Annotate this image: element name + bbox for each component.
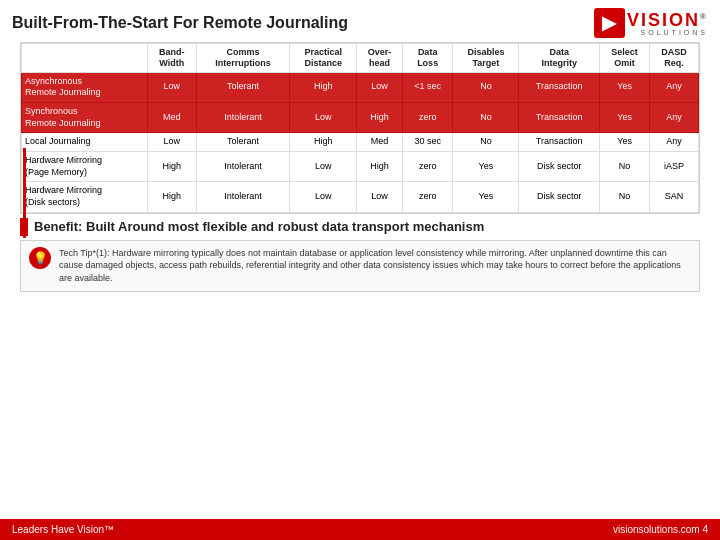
- logo: ▶ VISION® SOLUTIONS: [594, 8, 708, 38]
- header: Built-From-The-Start For Remote Journali…: [0, 0, 720, 42]
- cell-dasd: Any: [650, 72, 699, 102]
- cell-overhead: Med: [357, 133, 403, 152]
- table-row: Hardware Mirroring(Page Memory) High Int…: [22, 152, 699, 182]
- col-header-name: [22, 44, 148, 73]
- cell-integrity: Disk sector: [519, 182, 599, 212]
- col-header-select: SelectOmit: [599, 44, 649, 73]
- cell-select: Yes: [599, 133, 649, 152]
- col-header-dasd: DASDReq.: [650, 44, 699, 73]
- cell-overhead: High: [357, 152, 403, 182]
- cell-comms: Tolerant: [196, 72, 290, 102]
- cell-disables: No: [453, 102, 519, 132]
- cell-overhead: Low: [357, 182, 403, 212]
- cell-disables: Yes: [453, 152, 519, 182]
- logo-arrow: ▶: [594, 8, 625, 38]
- col-header-dataloss: DataLoss: [402, 44, 453, 73]
- col-header-bandwidth: Band-Width: [147, 44, 196, 73]
- cell-dataloss: <1 sec: [402, 72, 453, 102]
- cell-bandwidth: High: [147, 182, 196, 212]
- row-label: SynchronousRemote Journaling: [22, 102, 148, 132]
- col-header-comms: CommsInterruptions: [196, 44, 290, 73]
- footer-left: Leaders Have Vision™: [12, 524, 114, 535]
- logo-sub: SOLUTIONS: [625, 29, 708, 36]
- footer: Leaders Have Vision™ visionsolutions.com…: [0, 519, 720, 540]
- row-label: Local Journaling: [22, 133, 148, 152]
- table-row: SynchronousRemote Journaling Med Intoler…: [22, 102, 699, 132]
- table-body: AsynchronousRemote Journaling Low Tolera…: [22, 72, 699, 212]
- cell-dasd: Any: [650, 102, 699, 132]
- cell-comms: Tolerant: [196, 133, 290, 152]
- cell-dataloss: zero: [402, 102, 453, 132]
- benefit-line: Benefit: Built Around most flexible and …: [20, 218, 700, 236]
- cell-bandwidth: Med: [147, 102, 196, 132]
- cell-dasd: Any: [650, 133, 699, 152]
- row-label: Hardware Mirroring(Disk sectors): [22, 182, 148, 212]
- table-row: AsynchronousRemote Journaling Low Tolera…: [22, 72, 699, 102]
- cell-bandwidth: High: [147, 152, 196, 182]
- cell-overhead: Low: [357, 72, 403, 102]
- cell-dataloss: 30 sec: [402, 133, 453, 152]
- col-header-integrity: DataIntegrity: [519, 44, 599, 73]
- cell-integrity: Transaction: [519, 133, 599, 152]
- cell-integrity: Transaction: [519, 72, 599, 102]
- col-header-disables: DisablesTarget: [453, 44, 519, 73]
- cell-overhead: High: [357, 102, 403, 132]
- table-row: Hardware Mirroring(Disk sectors) High In…: [22, 182, 699, 212]
- cell-distance: Low: [290, 102, 357, 132]
- footer-right: visionsolutions.com 4: [613, 524, 708, 535]
- row-label: AsynchronousRemote Journaling: [22, 72, 148, 102]
- cell-comms: Intolerant: [196, 182, 290, 212]
- benefit-description: Built Around most flexible and robust da…: [86, 219, 484, 234]
- cell-select: Yes: [599, 102, 649, 132]
- cell-integrity: Disk sector: [519, 152, 599, 182]
- tech-tip-box: 💡 Tech Tip*(1): Hardware mirroring typic…: [20, 240, 700, 292]
- col-header-overhead: Over-head: [357, 44, 403, 73]
- comparison-table-wrapper: Band-Width CommsInterruptions PracticalD…: [20, 42, 700, 214]
- cell-select: No: [599, 182, 649, 212]
- cell-dataloss: zero: [402, 182, 453, 212]
- cell-distance: Low: [290, 182, 357, 212]
- benefit-label: Benefit:: [34, 219, 82, 234]
- cell-dasd: SAN: [650, 182, 699, 212]
- cell-comms: Intolerant: [196, 102, 290, 132]
- col-header-distance: PracticalDistance: [290, 44, 357, 73]
- benefit-text: Benefit: Built Around most flexible and …: [34, 219, 484, 234]
- cell-integrity: Transaction: [519, 102, 599, 132]
- tech-tip-text: Tech Tip*(1): Hardware mirroring typical…: [59, 247, 691, 285]
- cell-bandwidth: Low: [147, 72, 196, 102]
- logo-brand: VISION®: [627, 10, 708, 30]
- comparison-table: Band-Width CommsInterruptions PracticalD…: [21, 43, 699, 213]
- cell-distance: High: [290, 72, 357, 102]
- main-content: Band-Width CommsInterruptions PracticalD…: [0, 42, 720, 292]
- cell-disables: No: [453, 72, 519, 102]
- cell-select: Yes: [599, 72, 649, 102]
- cell-distance: Low: [290, 152, 357, 182]
- cell-select: No: [599, 152, 649, 182]
- tech-tip-icon: 💡: [29, 247, 51, 269]
- cell-disables: Yes: [453, 182, 519, 212]
- cell-disables: No: [453, 133, 519, 152]
- row-label: Hardware Mirroring(Page Memory): [22, 152, 148, 182]
- cell-distance: High: [290, 133, 357, 152]
- cell-dasd: iASP: [650, 152, 699, 182]
- table-header-row: Band-Width CommsInterruptions PracticalD…: [22, 44, 699, 73]
- page-title: Built-From-The-Start For Remote Journali…: [12, 14, 348, 32]
- cell-comms: Intolerant: [196, 152, 290, 182]
- cell-dataloss: zero: [402, 152, 453, 182]
- table-row: Local Journaling Low Tolerant High Med 3…: [22, 133, 699, 152]
- highlight-bracket: [8, 148, 26, 238]
- cell-bandwidth: Low: [147, 133, 196, 152]
